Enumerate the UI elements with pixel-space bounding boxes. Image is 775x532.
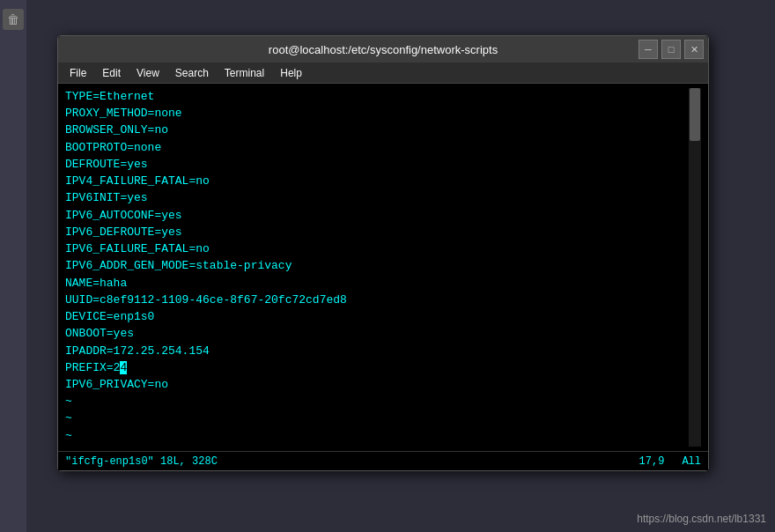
- scrollbar[interactable]: [689, 88, 701, 447]
- menu-file[interactable]: File: [63, 65, 93, 81]
- terminal-line: PROXY_METHOD=none: [65, 105, 689, 122]
- terminal-line: IPV6_FAILURE_FATAL=no: [65, 240, 689, 257]
- left-sidebar: 🗑: [0, 0, 26, 532]
- status-filename: "ifcfg-enp1s0" 18L, 328C: [65, 455, 639, 468]
- menu-edit[interactable]: Edit: [95, 65, 128, 81]
- terminal-line: NAME=haha: [65, 275, 689, 292]
- terminal-line: DEFROUTE=yes: [65, 156, 689, 173]
- scrollbar-thumb[interactable]: [690, 88, 700, 141]
- menu-search[interactable]: Search: [168, 65, 216, 81]
- watermark: https://blog.csdn.net/lb1331: [637, 513, 766, 525]
- terminal-line: PREFIX=24: [65, 359, 689, 376]
- close-button[interactable]: ✕: [684, 40, 704, 59]
- terminal-line: ~: [65, 410, 689, 426]
- menu-terminal[interactable]: Terminal: [218, 65, 271, 81]
- terminal-line: DEVICE=enp1s0: [65, 308, 689, 325]
- terminal-line: IPADDR=172.25.254.154: [65, 343, 689, 359]
- terminal-line: IPV6_AUTOCONF=yes: [65, 207, 689, 224]
- minimize-button[interactable]: ─: [638, 40, 658, 59]
- terminal-line: BROWSER_ONLY=no: [65, 122, 689, 138]
- terminal-line: IPV4_FAILURE_FATAL=no: [65, 173, 689, 189]
- terminal-line: IPV6_DEFROUTE=yes: [65, 224, 689, 240]
- maximize-button[interactable]: □: [661, 40, 681, 59]
- window-title: root@localhost:/etc/sysconfig/network-sc…: [269, 43, 498, 56]
- terminal-line: ~: [65, 427, 689, 444]
- window-controls: ─ □ ✕: [638, 40, 704, 59]
- terminal-text: TYPE=EthernetPROXY_METHOD=noneBROWSER_ON…: [65, 88, 689, 447]
- menu-bar: File Edit View Search Terminal Help: [58, 63, 708, 84]
- terminal-line: ~: [65, 444, 689, 447]
- terminal-line: UUID=c8ef9112-1109-46ce-8f67-20fc72cd7ed…: [65, 292, 689, 308]
- terminal-line: ~: [65, 393, 689, 410]
- status-bar: "ifcfg-enp1s0" 18L, 328C 17,9 All: [58, 451, 708, 470]
- terminal-line: ONBOOT=yes: [65, 325, 689, 342]
- title-bar: root@localhost:/etc/sysconfig/network-sc…: [58, 36, 708, 63]
- trash-icon: 🗑: [3, 9, 24, 30]
- terminal-line: IPV6_PRIVACY=no: [65, 376, 689, 393]
- terminal-line: IPV6INIT=yes: [65, 189, 689, 206]
- status-mode: All: [682, 455, 701, 468]
- terminal-line: BOOTPROTO=none: [65, 139, 689, 156]
- status-position: 17,9: [639, 455, 665, 468]
- menu-view[interactable]: View: [129, 65, 166, 81]
- menu-help[interactable]: Help: [273, 65, 309, 81]
- terminal-window: root@localhost:/etc/sysconfig/network-sc…: [57, 35, 709, 471]
- terminal-line: TYPE=Ethernet: [65, 88, 689, 105]
- terminal-line: IPV6_ADDR_GEN_MODE=stable-privacy: [65, 257, 689, 274]
- terminal-content-area[interactable]: TYPE=EthernetPROXY_METHOD=noneBROWSER_ON…: [58, 84, 708, 451]
